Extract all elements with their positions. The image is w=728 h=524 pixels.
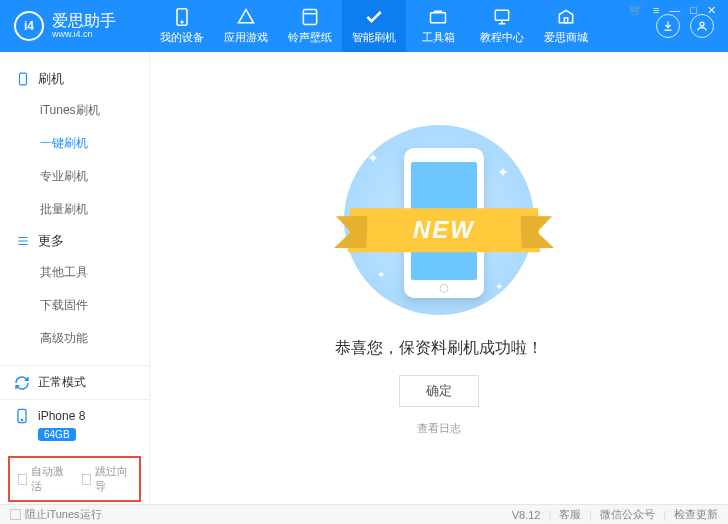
nav-icon: [172, 7, 192, 27]
phone-icon: [14, 408, 30, 424]
nav-铃声壁纸[interactable]: 铃声壁纸: [278, 0, 342, 52]
mode-text: 正常模式: [38, 374, 86, 391]
maximize-button[interactable]: □: [690, 4, 697, 16]
cart-icon[interactable]: 🛒: [629, 4, 643, 17]
nav-icon: [492, 7, 512, 27]
sidebar-group[interactable]: 更多: [0, 226, 149, 256]
main-content: ✦ ✦ ✦ ✦ NEW 恭喜您，保资料刷机成功啦！ 确定 查看日志: [150, 52, 728, 504]
nav-icon: [556, 7, 576, 27]
titlebar: i4 爱思助手 www.i4.cn 我的设备应用游戏铃声壁纸智能刷机工具箱教程中…: [0, 0, 728, 52]
svg-rect-5: [564, 18, 567, 23]
group-icon: [16, 234, 30, 248]
success-message: 恭喜您，保资料刷机成功啦！: [335, 338, 543, 359]
support-link[interactable]: 客服: [559, 507, 581, 522]
storage-badge: 64GB: [38, 428, 76, 441]
device-name: iPhone 8: [38, 409, 85, 423]
sidebar-item-批量刷机[interactable]: 批量刷机: [0, 193, 149, 226]
sidebar-item-高级功能[interactable]: 高级功能: [0, 322, 149, 355]
status-bar: 阻止iTunes运行 V8.12| 客服| 微信公众号| 检查更新: [0, 504, 728, 524]
sidebar-item-其他工具[interactable]: 其他工具: [0, 256, 149, 289]
block-itunes-label: 阻止iTunes运行: [25, 507, 102, 522]
menu-icon[interactable]: ≡: [653, 4, 659, 16]
nav-icon: [428, 7, 448, 27]
device-block[interactable]: iPhone 8 64GB: [0, 399, 149, 452]
svg-rect-2: [303, 10, 316, 25]
success-illustration: ✦ ✦ ✦ ✦ NEW: [339, 120, 539, 320]
svg-rect-4: [495, 10, 508, 20]
svg-point-1: [181, 21, 183, 23]
svg-point-9: [21, 419, 22, 420]
logo: i4 爱思助手 www.i4.cn: [0, 11, 150, 41]
nav-教程中心[interactable]: 教程中心: [470, 0, 534, 52]
view-log-link[interactable]: 查看日志: [417, 421, 461, 436]
logo-icon: i4: [14, 11, 44, 41]
app-site: www.i4.cn: [52, 29, 116, 39]
block-itunes-checkbox[interactable]: [10, 509, 21, 520]
nav-应用游戏[interactable]: 应用游戏: [214, 0, 278, 52]
nav-icon: [300, 7, 320, 27]
nav-工具箱[interactable]: 工具箱: [406, 0, 470, 52]
minimize-button[interactable]: —: [669, 4, 680, 16]
close-button[interactable]: ✕: [707, 4, 716, 17]
flash-options: 自动激活 跳过向导: [8, 456, 141, 502]
main-nav: 我的设备应用游戏铃声壁纸智能刷机工具箱教程中心爱思商城: [150, 0, 656, 52]
refresh-icon: [14, 375, 30, 391]
sidebar-group[interactable]: 刷机: [0, 64, 149, 94]
svg-rect-3: [431, 13, 446, 23]
sidebar-item-专业刷机[interactable]: 专业刷机: [0, 160, 149, 193]
nav-爱思商城[interactable]: 爱思商城: [534, 0, 598, 52]
group-icon: [16, 72, 30, 86]
svg-rect-7: [20, 73, 27, 85]
nav-我的设备[interactable]: 我的设备: [150, 0, 214, 52]
app-name: 爱思助手: [52, 13, 116, 29]
sidebar-item-一键刷机[interactable]: 一键刷机: [0, 127, 149, 160]
version-label: V8.12: [512, 509, 541, 521]
nav-icon: [364, 7, 384, 27]
mode-status[interactable]: 正常模式: [0, 365, 149, 399]
sidebar: 刷机iTunes刷机一键刷机专业刷机批量刷机更多其他工具下载固件高级功能 正常模…: [0, 52, 150, 504]
sidebar-item-iTunes刷机[interactable]: iTunes刷机: [0, 94, 149, 127]
sidebar-item-下载固件[interactable]: 下载固件: [0, 289, 149, 322]
auto-activate-checkbox[interactable]: 自动激活: [18, 464, 68, 494]
skip-guide-checkbox[interactable]: 跳过向导: [82, 464, 132, 494]
new-ribbon: NEW: [348, 208, 540, 252]
confirm-button[interactable]: 确定: [399, 375, 479, 407]
nav-icon: [236, 7, 256, 27]
nav-智能刷机[interactable]: 智能刷机: [342, 0, 406, 52]
